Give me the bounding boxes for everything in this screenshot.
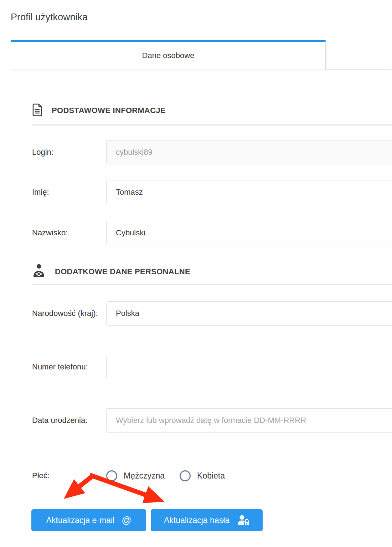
birth-date-input[interactable] xyxy=(106,408,392,433)
login-label: Login: xyxy=(32,140,106,159)
action-buttons: Aktualizacja e-mail @ Aktualizacja hasła xyxy=(31,509,392,531)
birth-date-label: Data urodzenia: xyxy=(32,408,106,428)
document-icon xyxy=(32,103,42,118)
section-additional-data: DODATKOWE DANE PERSONALNE xyxy=(32,264,392,280)
person-card-icon xyxy=(32,264,46,280)
radio-male-label: Mężczyzna xyxy=(124,471,165,481)
last-name-row: Nazwisko: xyxy=(32,221,392,245)
section-title-basic: PODSTAWOWE INFORMACJE xyxy=(52,106,166,115)
phone-row: Numer telefonu: xyxy=(32,355,392,388)
section-divider xyxy=(32,284,392,285)
radio-male[interactable] xyxy=(106,470,117,481)
birth-date-row: Data urodzenia: xyxy=(32,408,392,442)
login-row: Login: xyxy=(32,140,392,164)
gender-row: Płeć: Mężczyzna Kobieta xyxy=(32,468,392,483)
update-password-label: Aktualizacja hasła xyxy=(164,516,229,525)
gender-label: Płeć: xyxy=(32,469,106,483)
gender-options: Mężczyzna Kobieta xyxy=(106,470,225,481)
tab-bar-filler xyxy=(326,40,392,70)
radio-female-label: Kobieta xyxy=(197,471,225,481)
last-name-input[interactable] xyxy=(106,221,392,245)
nationality-row: Narodowość (kraj): xyxy=(32,301,392,335)
phone-input[interactable] xyxy=(106,355,392,379)
first-name-input[interactable] xyxy=(106,180,392,204)
first-name-row: Imię: xyxy=(32,180,392,204)
tab-personal-data[interactable]: Dane osobowe xyxy=(11,40,326,70)
login-input[interactable] xyxy=(106,140,392,164)
gender-option-female[interactable]: Kobieta xyxy=(180,470,225,481)
page-title: Profil użytkownika xyxy=(11,10,392,24)
section-title-additional: DODATKOWE DANE PERSONALNE xyxy=(55,267,190,276)
radio-female[interactable] xyxy=(180,470,191,481)
tab-label: Dane osobowe xyxy=(142,51,195,60)
section-basic-info: PODSTAWOWE INFORMACJE xyxy=(32,103,392,118)
first-name-label: Imię: xyxy=(32,180,106,199)
tab-bar: Dane osobowe xyxy=(0,40,392,70)
update-email-label: Aktualizacja e-mail xyxy=(46,516,114,525)
section-divider xyxy=(32,124,392,126)
last-name-label: Nazwisko: xyxy=(32,221,106,240)
form-content: PODSTAWOWE INFORMACJE Login: Imię: Nazwi… xyxy=(0,103,392,531)
gender-option-male[interactable]: Mężczyzna xyxy=(106,470,165,481)
phone-label: Numer telefonu: xyxy=(32,355,106,374)
update-email-button[interactable]: Aktualizacja e-mail @ xyxy=(31,509,146,531)
nationality-label: Narodowość (kraj): xyxy=(32,301,106,321)
at-sign-icon: @ xyxy=(122,516,131,525)
update-password-button[interactable]: Aktualizacja hasła xyxy=(151,509,263,531)
nationality-input[interactable] xyxy=(106,301,392,326)
person-lock-icon xyxy=(237,515,249,526)
user-profile-page: Profil użytkownika Dane osobowe PODSTAWO… xyxy=(0,0,392,547)
